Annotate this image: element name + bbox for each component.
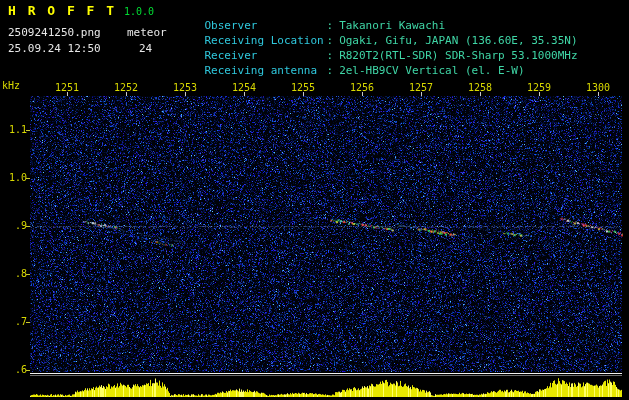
observation-mode: meteor <box>127 26 167 39</box>
x-tick-label: 1252 <box>112 82 140 93</box>
x-tick-label: 1251 <box>53 82 81 93</box>
info-value-antenna: 2el-HB9CV Vertical (el. E-W) <box>339 64 524 77</box>
info-label-antenna: Receiving antenna <box>205 64 327 77</box>
x-tick-label: 1259 <box>525 82 553 93</box>
info-row-observer: Observer:Takanori Kawachi <box>178 6 445 21</box>
x-tick-label: 1256 <box>348 82 376 93</box>
app-title: H R O F F T <box>8 3 116 18</box>
x-tick-label: 1253 <box>171 82 199 93</box>
output-filename: 2509241250.png <box>8 26 101 39</box>
x-tick-label: 1254 <box>230 82 258 93</box>
hrofft-output: H R O F F T 1.0.0 2509241250.png meteor … <box>0 0 629 400</box>
observation-datetime: 25.09.24 12:50 <box>8 42 101 55</box>
info-row-antenna: Receiving antenna:2el-HB9CV Vertical (el… <box>178 51 525 66</box>
x-tick-label: 1300 <box>584 82 612 93</box>
echo-count: 24 <box>139 42 152 55</box>
y-tick-label: 1.0 <box>2 172 27 183</box>
info-row-location: Receiving Location:Ogaki, Gifu, JAPAN (1… <box>178 21 578 36</box>
y-tick-label: .8 <box>2 268 27 279</box>
y-tick-label: .9 <box>2 220 27 231</box>
y-tick-label: .6 <box>2 364 27 375</box>
app-version: 1.0.0 <box>124 6 154 17</box>
y-axis-unit: kHz <box>2 80 27 91</box>
info-row-receiver: Receiver:R820T2(RTL-SDR) SDR-Sharp 53.10… <box>178 36 578 51</box>
info-separator: : <box>327 64 334 77</box>
x-tick-label: 1258 <box>466 82 494 93</box>
y-tick-label: .7 <box>2 316 27 327</box>
x-tick-label: 1255 <box>289 82 317 93</box>
x-tick-label: 1257 <box>407 82 435 93</box>
y-tick-label: 1.1 <box>2 124 27 135</box>
